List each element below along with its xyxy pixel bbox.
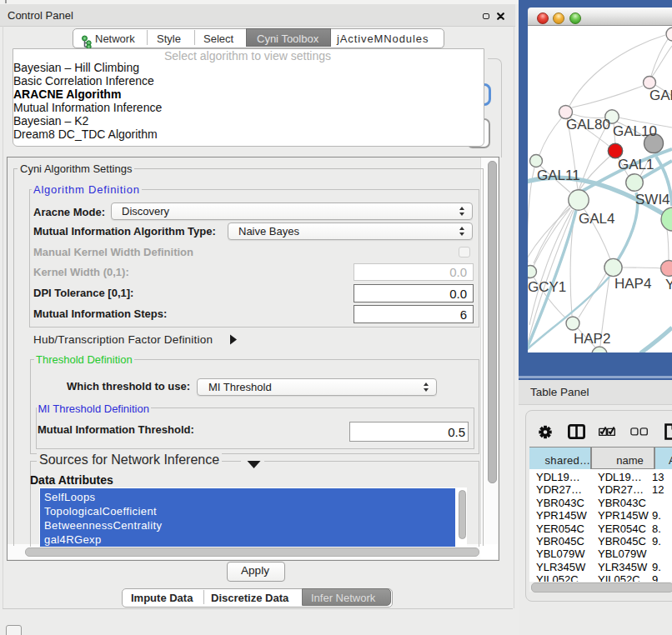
svg-text:YE: YE	[665, 277, 672, 292]
svg-text:GAL11: GAL11	[537, 168, 580, 183]
svg-text:GAL1: GAL1	[618, 157, 654, 172]
svg-text:SWI4: SWI4	[635, 192, 670, 208]
svg-text:GAL80: GAL80	[566, 117, 610, 132]
svg-text:GAL2: GAL2	[649, 88, 672, 103]
svg-text:HAP2: HAP2	[574, 331, 610, 347]
svg-text:GAL10: GAL10	[613, 123, 657, 139]
svg-text:HAP4: HAP4	[614, 276, 651, 292]
svg-text:GAL4: GAL4	[579, 211, 614, 227]
svg-text:GCY1: GCY1	[528, 279, 566, 295]
